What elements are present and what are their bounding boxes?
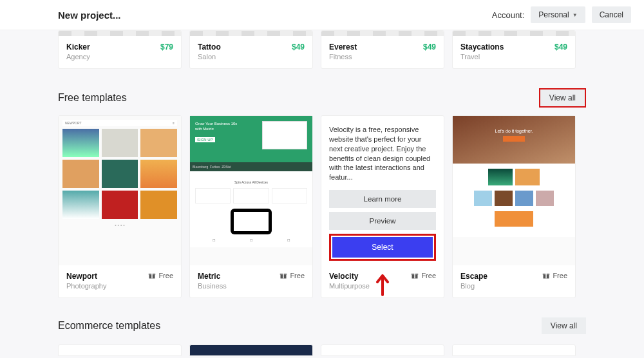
account-dropdown[interactable]: Personal ▼ xyxy=(531,6,585,23)
free-templates-row: NEWPORT≡ • • • • Newport Photography Fre… xyxy=(58,115,586,298)
template-card-staycations[interactable]: Staycations Travel $49 xyxy=(452,30,576,69)
template-description: Velocity is a free, responsive website t… xyxy=(329,125,436,182)
template-card-newport[interactable]: NEWPORT≡ • • • • Newport Photography Fre… xyxy=(58,115,182,298)
template-card-everest[interactable]: Everest Fitness $49 xyxy=(321,30,444,69)
template-thumb xyxy=(190,31,312,36)
template-hover-overlay: Velocity is a free, responsive website t… xyxy=(321,116,444,265)
escape-hero-text: Let's do it together. xyxy=(459,129,569,133)
template-name: Velocity xyxy=(329,272,370,281)
template-price: $49 xyxy=(292,42,305,52)
free-templates-title: Free templates xyxy=(58,92,127,104)
free-label: Free xyxy=(553,272,567,279)
svg-rect-5 xyxy=(283,273,285,278)
view-all-button-free[interactable]: View all xyxy=(539,88,586,108)
template-price: $79 xyxy=(160,42,173,52)
gift-icon xyxy=(411,272,419,279)
template-preview: Grow Your Business 10xwith MetricSIGN UP… xyxy=(190,116,312,265)
svg-rect-2 xyxy=(152,273,153,278)
preview-button[interactable]: Preview xyxy=(329,212,436,230)
template-card-kicker[interactable]: Kicker Agency $79 xyxy=(58,30,182,69)
annotation-arrow-icon xyxy=(375,274,390,305)
template-thumb xyxy=(59,31,181,36)
template-card[interactable] xyxy=(58,344,182,356)
free-badge: Free xyxy=(542,272,567,279)
free-badge: Free xyxy=(279,272,305,279)
select-button[interactable]: Select xyxy=(332,237,433,258)
template-category: Blog xyxy=(460,282,488,290)
template-card-escape[interactable]: Let's do it together. Escape Blog Free xyxy=(452,115,576,298)
template-name: Metric xyxy=(198,272,227,281)
paid-templates-row: Kicker Agency $79 Tattoo Salon $49 Evere… xyxy=(58,30,586,69)
gift-icon xyxy=(148,272,156,279)
gift-icon xyxy=(279,272,287,279)
template-name: Tattoo xyxy=(198,42,221,52)
cancel-button[interactable]: Cancel xyxy=(592,6,631,23)
template-price: $49 xyxy=(423,42,436,52)
learn-more-button[interactable]: Learn more xyxy=(329,190,436,208)
svg-rect-11 xyxy=(546,273,547,278)
template-name: Staycations xyxy=(460,42,504,52)
template-price: $49 xyxy=(554,42,567,52)
template-name: Everest xyxy=(329,42,357,52)
svg-rect-8 xyxy=(415,273,416,278)
free-label: Free xyxy=(158,272,173,279)
page-title: New project... xyxy=(58,10,121,21)
ecommerce-templates-row xyxy=(58,344,586,356)
template-name: Escape xyxy=(460,272,488,281)
template-category: Business xyxy=(198,282,227,290)
view-all-button-ecommerce[interactable]: View all xyxy=(542,317,586,334)
template-card[interactable] xyxy=(452,344,576,356)
template-category: Multipurpose xyxy=(329,282,370,290)
template-card[interactable] xyxy=(189,344,313,356)
header-actions: Account: Personal ▼ Cancel xyxy=(492,6,631,23)
template-name: Newport xyxy=(66,272,106,281)
ecommerce-templates-header: Ecommerce templates View all xyxy=(58,317,586,334)
free-templates-header: Free templates View all xyxy=(58,88,586,108)
gift-icon xyxy=(542,272,550,279)
template-thumb xyxy=(453,31,575,36)
page-header: New project... Account: Personal ▼ Cance… xyxy=(0,0,644,30)
template-category: Agency xyxy=(66,53,90,61)
template-category: Fitness xyxy=(329,53,357,61)
template-category: Travel xyxy=(460,53,504,61)
free-label: Free xyxy=(421,272,436,279)
template-name: Kicker xyxy=(66,42,90,52)
template-card-tattoo[interactable]: Tattoo Salon $49 xyxy=(189,30,313,69)
template-category: Photography xyxy=(66,282,106,290)
account-dropdown-label: Personal xyxy=(538,10,569,19)
template-card-metric[interactable]: Grow Your Business 10xwith MetricSIGN UP… xyxy=(189,115,313,298)
chevron-down-icon: ▼ xyxy=(573,12,578,18)
ecommerce-templates-title: Ecommerce templates xyxy=(58,320,160,332)
template-thumb xyxy=(321,31,444,36)
template-card[interactable] xyxy=(321,344,444,356)
account-label: Account: xyxy=(492,10,525,20)
select-button-highlight: Select xyxy=(329,234,436,261)
free-badge: Free xyxy=(148,272,173,279)
main-content: Kicker Agency $79 Tattoo Salon $49 Evere… xyxy=(0,30,644,356)
template-category: Salon xyxy=(198,53,221,61)
template-preview: Let's do it together. xyxy=(453,116,575,265)
free-label: Free xyxy=(290,272,305,279)
template-card-velocity[interactable]: Velocity is a free, responsive website t… xyxy=(321,115,444,298)
free-badge: Free xyxy=(411,272,436,279)
template-preview: NEWPORT≡ • • • • xyxy=(59,116,181,265)
